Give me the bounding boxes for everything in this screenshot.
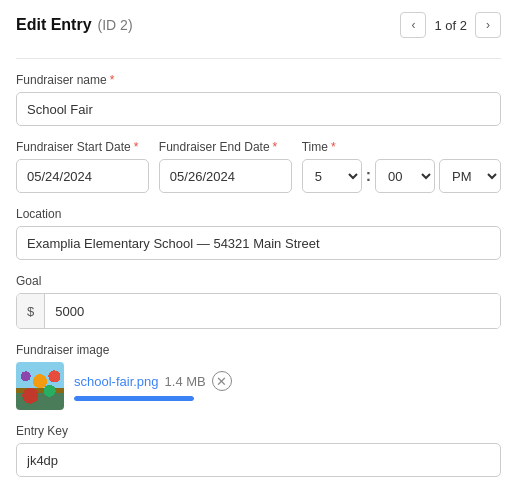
- goal-prefix: $: [17, 294, 45, 328]
- chevron-left-icon: ‹: [411, 18, 415, 32]
- fundraiser-image-group: Fundraiser image school-fair.png 1.4 MB …: [16, 343, 501, 410]
- fundraiser-image-area: school-fair.png 1.4 MB ✕: [16, 362, 501, 410]
- image-filename[interactable]: school-fair.png: [74, 374, 159, 389]
- time-colon: :: [366, 167, 371, 186]
- end-date-group: Fundraiser End Date *: [159, 140, 292, 193]
- fundraiser-name-label: Fundraiser name *: [16, 73, 501, 87]
- fundraiser-name-group: Fundraiser name *: [16, 73, 501, 126]
- goal-input-wrapper: $: [16, 293, 501, 329]
- time-group: Time * 1234 5678 9101112 : 00153045 AMPM: [302, 140, 501, 193]
- header-divider: [16, 58, 501, 59]
- time-inputs: 1234 5678 9101112 : 00153045 AMPM: [302, 159, 501, 193]
- goal-group: Goal $: [16, 274, 501, 329]
- upload-progress-fill: [74, 396, 194, 401]
- location-group: Location: [16, 207, 501, 260]
- header-left: Edit Entry (ID 2): [16, 16, 133, 34]
- required-star-time: *: [331, 140, 336, 154]
- image-name-row: school-fair.png 1.4 MB ✕: [74, 371, 501, 391]
- pagination: ‹ 1 of 2 ›: [400, 12, 501, 38]
- image-size: 1.4 MB: [165, 374, 206, 389]
- required-star-start: *: [134, 140, 139, 154]
- required-star-name: *: [110, 73, 115, 87]
- image-thumbnail: [16, 362, 64, 410]
- pagination-label: 1 of 2: [430, 18, 471, 33]
- page-header: Edit Entry (ID 2) ‹ 1 of 2 ›: [16, 12, 501, 38]
- time-minute-select[interactable]: 00153045: [375, 159, 435, 193]
- location-label: Location: [16, 207, 501, 221]
- entry-key-group: Entry Key: [16, 424, 501, 477]
- end-date-input[interactable]: [159, 159, 292, 193]
- entry-key-label: Entry Key: [16, 424, 501, 438]
- time-hour-select[interactable]: 1234 5678 9101112: [302, 159, 362, 193]
- entry-id: (ID 2): [98, 17, 133, 33]
- start-date-label: Fundraiser Start Date *: [16, 140, 149, 154]
- image-info: school-fair.png 1.4 MB ✕: [74, 371, 501, 401]
- goal-label: Goal: [16, 274, 501, 288]
- next-page-button[interactable]: ›: [475, 12, 501, 38]
- prev-page-button[interactable]: ‹: [400, 12, 426, 38]
- entry-key-input[interactable]: [16, 443, 501, 477]
- page-title: Edit Entry: [16, 16, 92, 34]
- time-label: Time *: [302, 140, 501, 154]
- date-time-row: Fundraiser Start Date * Fundraiser End D…: [16, 140, 501, 193]
- chevron-right-icon: ›: [486, 18, 490, 32]
- location-input[interactable]: [16, 226, 501, 260]
- upload-progress-track: [74, 396, 194, 401]
- end-date-label: Fundraiser End Date *: [159, 140, 292, 154]
- remove-image-button[interactable]: ✕: [212, 371, 232, 391]
- required-star-end: *: [273, 140, 278, 154]
- fundraiser-image-label: Fundraiser image: [16, 343, 501, 357]
- remove-icon: ✕: [216, 375, 227, 388]
- goal-input[interactable]: [45, 294, 500, 328]
- start-date-input[interactable]: [16, 159, 149, 193]
- school-fair-art: [16, 362, 64, 410]
- time-ampm-select[interactable]: AMPM: [439, 159, 501, 193]
- fundraiser-name-input[interactable]: [16, 92, 501, 126]
- start-date-group: Fundraiser Start Date *: [16, 140, 149, 193]
